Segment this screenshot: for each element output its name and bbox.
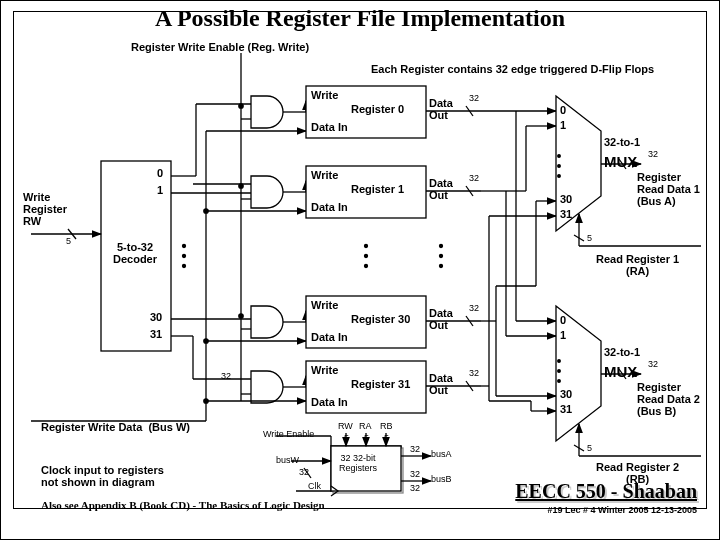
svg-point-47 xyxy=(440,245,443,248)
mux2-name: 32-to-1 xyxy=(604,346,640,358)
svg-point-44 xyxy=(365,245,368,248)
reg0-dataout: Data Out xyxy=(429,97,453,121)
subtitle-right: Each Register contains 32 edge triggered… xyxy=(371,63,654,75)
mux2-in30: 30 xyxy=(560,388,572,400)
reg31-dataout: Data Out xyxy=(429,372,453,396)
sb-rw: RW xyxy=(338,421,353,431)
write-register-label: Write Register RW xyxy=(23,191,67,227)
svg-point-80 xyxy=(558,155,561,158)
mux2-in1: 1 xyxy=(560,329,566,341)
subtitle-left: Register Write Enable (Reg. Write) xyxy=(131,41,309,53)
svg-point-48 xyxy=(440,255,443,258)
reg1-bus: 32 xyxy=(469,173,479,183)
footer-meta: #19 Lec # 4 Winter 2005 12-13-2005 xyxy=(547,505,697,515)
out-bot: Register Read Data 2 (Bus B) xyxy=(637,381,700,417)
reg31-write: Write xyxy=(311,364,338,376)
sb-w32: 32 xyxy=(299,467,309,477)
sb-w32c: 32 xyxy=(410,483,420,493)
reg0-datain: Data In xyxy=(311,121,348,133)
mux2-in0: 0 xyxy=(560,314,566,326)
clock-note: Clock input to registers not shown in di… xyxy=(41,464,164,488)
mux2-outw: 32 xyxy=(648,359,658,369)
svg-point-9 xyxy=(239,314,243,318)
mux1-in1: 1 xyxy=(560,119,566,131)
svg-point-82 xyxy=(558,175,561,178)
svg-point-3 xyxy=(183,265,186,268)
reg30-name: Register 30 xyxy=(351,313,410,325)
mux1-in30: 30 xyxy=(560,193,572,205)
reg31-name: Register 31 xyxy=(351,378,410,390)
svg-point-49 xyxy=(440,265,443,268)
sb-clk: Clk xyxy=(308,481,321,491)
reg1-write: Write xyxy=(311,169,338,181)
reg1-datain: Data In xyxy=(311,201,348,213)
reg30-dataout: Data Out xyxy=(429,307,453,331)
sb-we: Write Enable xyxy=(263,429,314,439)
dec-1: 1 xyxy=(157,184,163,196)
page: A Possible Register File Implementation xyxy=(0,0,720,540)
mux1-outw: 32 xyxy=(648,149,658,159)
rw-width: 5 xyxy=(66,236,71,246)
svg-point-89 xyxy=(558,370,561,373)
sb-inside: 32 32-bit Registers xyxy=(339,453,377,473)
svg-point-46 xyxy=(365,265,368,268)
sb-busA: busA xyxy=(431,449,452,459)
sb-busB: busB xyxy=(431,474,452,484)
svg-point-81 xyxy=(558,165,561,168)
mux1-type: MUX xyxy=(604,153,637,170)
reg30-datain: Data In xyxy=(311,331,348,343)
reg1-dataout: Data Out xyxy=(429,177,453,201)
decoder-label: 5-to-32 Decoder xyxy=(113,241,157,265)
mux1-selw: 5 xyxy=(587,233,592,243)
mux2-in31: 31 xyxy=(560,403,572,415)
svg-point-2 xyxy=(183,255,186,258)
mux1-in0: 0 xyxy=(560,104,566,116)
sb-w32b: 32 xyxy=(410,469,420,479)
dec-0: 0 xyxy=(157,167,163,179)
also-see: Also see Appendix B (Book CD) - The Basi… xyxy=(41,499,325,511)
svg-point-88 xyxy=(558,360,561,363)
reg31-datain: Data In xyxy=(311,396,348,408)
reg30-bus: 32 xyxy=(469,303,479,313)
sb-w5c: 5 xyxy=(384,433,389,443)
svg-point-45 xyxy=(365,255,368,258)
write-data-label: Register Write Data (Bus W) xyxy=(41,421,190,433)
mux1-in31: 31 xyxy=(560,208,572,220)
sb-busW: busW xyxy=(276,455,299,465)
reg0-write: Write xyxy=(311,89,338,101)
mux2-type: MUX xyxy=(604,363,637,380)
sb-ra: RA xyxy=(359,421,372,431)
reg30-write: Write xyxy=(311,299,338,311)
reg0-name: Register 0 xyxy=(351,103,404,115)
footer-course: EECC 550 - Shaaban xyxy=(515,480,697,503)
sb-rb: RB xyxy=(380,421,393,431)
reg31-bus: 32 xyxy=(469,368,479,378)
ra-label: Read Register 1 (RA) xyxy=(596,253,679,277)
mux2-selw: 5 xyxy=(587,443,592,453)
sb-w32a: 32 xyxy=(410,444,420,454)
mux1-name: 32-to-1 xyxy=(604,136,640,148)
dec-30: 30 xyxy=(150,311,162,323)
reg0-bus: 32 xyxy=(469,93,479,103)
out-top: Register Read Data 1 (Bus A) xyxy=(637,171,700,207)
svg-point-90 xyxy=(558,380,561,383)
dec-31: 31 xyxy=(150,328,162,340)
svg-point-1 xyxy=(183,245,186,248)
sb-w5a: 5 xyxy=(344,433,349,443)
reg1-name: Register 1 xyxy=(351,183,404,195)
sb-w5b: 5 xyxy=(364,433,369,443)
and-bus-32: 32 xyxy=(221,371,231,381)
